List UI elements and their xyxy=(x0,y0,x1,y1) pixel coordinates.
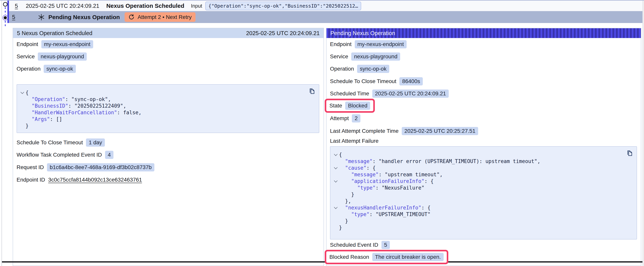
event-timestamp: 2025-02-25 UTC 20:24:09.21 xyxy=(26,3,99,9)
collapse-gutter[interactable] xyxy=(19,92,26,93)
input-json-block: { "Operation": "sync-op-ok", "BusinessID… xyxy=(16,84,319,133)
copy-button[interactable] xyxy=(626,150,634,158)
field-value-badge: sync-op-ok xyxy=(44,65,76,73)
json-text: : xyxy=(50,116,56,122)
json-text: } xyxy=(26,122,29,129)
pending-card-title: Pending Nexus Operation xyxy=(330,30,395,37)
code-line: "message": "handler error (UPSTREAM_TIME… xyxy=(332,158,625,165)
chevron-down-icon[interactable] xyxy=(20,90,24,94)
code-line: "HandlerWaitForCancellation": false, xyxy=(19,109,307,116)
json-text: { xyxy=(26,89,29,96)
json-text: : xyxy=(65,96,71,103)
code-line: "nexusHandlerFailureInfo": { xyxy=(332,204,625,211)
retry-badge-label: Attempt 2 • Next Retry xyxy=(138,14,192,20)
state-highlight-annotation: State Blocked xyxy=(325,99,375,113)
input-preview-chip[interactable]: {"Operation":"sync-op-ok","BusinessID":"… xyxy=(205,2,361,10)
event-id-link[interactable]: 5 xyxy=(12,14,15,20)
json-key: "type" xyxy=(357,184,376,191)
event-open-circle-icon xyxy=(3,2,7,6)
json-key: "nexusHandlerFailureInfo" xyxy=(345,204,421,211)
failure-json-block: { "message": "handler error (UPSTREAM_TI… xyxy=(330,146,637,239)
json-key: "applicationFailureInfo" xyxy=(351,178,424,184)
chevron-down-icon[interactable] xyxy=(334,152,338,156)
event-row-pending[interactable]: 5 Pending Nexus Operation Attempt 2 • Ne… xyxy=(9,11,642,23)
field-label: Operation xyxy=(16,66,40,72)
chevron-down-icon[interactable] xyxy=(334,205,338,209)
json-text: : xyxy=(117,109,123,116)
code-line: "Operation": "sync-op-ok", xyxy=(19,96,307,103)
json-text: : xyxy=(372,158,378,165)
field-label: Endpoint xyxy=(330,41,352,47)
retry-icon xyxy=(128,14,134,20)
pending-field-row: Schedule To Close Timeout86400s xyxy=(330,77,423,85)
field-label: Service xyxy=(16,54,35,60)
scrollbar-track[interactable] xyxy=(642,1,644,266)
field-value-badge: 2 xyxy=(352,114,360,122)
blocked-reason-value-badge: The circuit breaker is open. xyxy=(372,253,444,261)
json-text xyxy=(339,191,351,198)
event-title: Nexus Operation Scheduled xyxy=(106,3,184,9)
collapse-gutter[interactable] xyxy=(332,154,339,155)
json-text xyxy=(339,184,357,191)
failure-json-lines: { "message": "handler error (UPSTREAM_TI… xyxy=(330,147,636,235)
pending-card-body: Endpointmy-nexus-endpointServicenexus-pl… xyxy=(326,38,641,265)
field-value-badge: sync-op-ok xyxy=(357,65,389,73)
json-text xyxy=(26,103,32,109)
pending-field-row: Operationsync-op-ok xyxy=(330,65,389,73)
json-text xyxy=(339,171,351,178)
collapse-gutter[interactable] xyxy=(332,207,339,208)
field-value-badge: 1 day xyxy=(86,138,105,147)
blocked-reason-highlight-annotation: Blocked Reason The circuit breaker is op… xyxy=(325,250,448,264)
copy-button[interactable] xyxy=(308,88,316,96)
code-line: } xyxy=(332,224,625,231)
json-text: : xyxy=(376,184,382,191)
json-text xyxy=(26,116,32,122)
pending-field-row: Scheduled Time2025-02-25 UTC 20:24:09.21 xyxy=(330,90,449,98)
details-bottom-divider xyxy=(2,261,642,262)
event-row-scheduled[interactable]: 5 2025-02-25 UTC 20:24:09.21 Nexus Opera… xyxy=(9,1,642,11)
field-label: Service xyxy=(330,54,348,60)
json-text: }, xyxy=(345,198,351,204)
code-line: "type": "NexusFailure" xyxy=(332,184,625,191)
scheduled-card-title: 5 Nexus Operation Scheduled xyxy=(17,30,92,37)
json-text: : xyxy=(379,171,385,178)
json-text: { xyxy=(430,178,434,184)
scheduled-field-row: Servicenexus-playground xyxy=(16,53,87,61)
field-label: Scheduled Event ID xyxy=(330,242,378,248)
json-text: : xyxy=(424,178,430,184)
field-value-badge: nexus-playground xyxy=(351,53,400,61)
field-label: Last Attempt Complete Time xyxy=(330,128,398,134)
pending-field-row: Scheduled Event ID5 xyxy=(330,241,390,249)
chevron-down-icon[interactable] xyxy=(334,179,338,182)
scheduled-field-row: Schedule To Close Timeout1 day xyxy=(16,138,105,147)
field-label: Request ID xyxy=(16,164,44,170)
json-text: "NexusFailure" xyxy=(382,184,424,191)
field-label: Schedule To Close Timeout xyxy=(330,78,396,84)
field-value-link[interactable]: 3c0c75ccfa8144b092c13ce632463761 xyxy=(48,177,142,183)
collapse-gutter[interactable] xyxy=(332,167,339,169)
json-key: "HandlerWaitForCancellation" xyxy=(32,109,117,116)
event-history-screen: 5 2025-02-25 UTC 20:24:09.21 Nexus Opera… xyxy=(0,0,644,266)
json-key: "message" xyxy=(351,171,379,178)
field-label: Endpoint ID xyxy=(16,177,45,183)
scheduled-card-body: Endpointmy-nexus-endpointServicenexus-pl… xyxy=(13,38,324,265)
json-text xyxy=(26,96,32,103)
code-line: "Args": [] xyxy=(19,116,307,122)
json-text xyxy=(339,165,345,171)
code-line: } xyxy=(332,218,625,224)
pending-event-title: Pending Nexus Operation xyxy=(48,14,120,21)
json-text: { xyxy=(428,204,430,211)
json-text: : xyxy=(68,103,74,109)
field-value-badge: 2025-02-25 UTC 20:24:09.21 xyxy=(372,90,449,98)
field-value-badge: 4 xyxy=(105,151,114,159)
code-line: "type": "UPSTREAM_TIMEOUT" xyxy=(332,211,625,218)
pending-asterisk-icon xyxy=(38,14,45,21)
event-current-dot-icon xyxy=(4,16,7,19)
scheduled-event-detail-card: 5 Nexus Operation Scheduled 2025-02-25 U… xyxy=(13,28,324,266)
event-id-link[interactable]: 5 xyxy=(15,3,18,9)
field-value-badge: 86400s xyxy=(400,77,423,85)
collapse-gutter[interactable] xyxy=(332,180,339,182)
selected-group-accent-bar xyxy=(8,1,9,23)
chevron-down-icon[interactable] xyxy=(334,166,338,169)
pending-field-row: Servicenexus-playground xyxy=(330,53,400,61)
